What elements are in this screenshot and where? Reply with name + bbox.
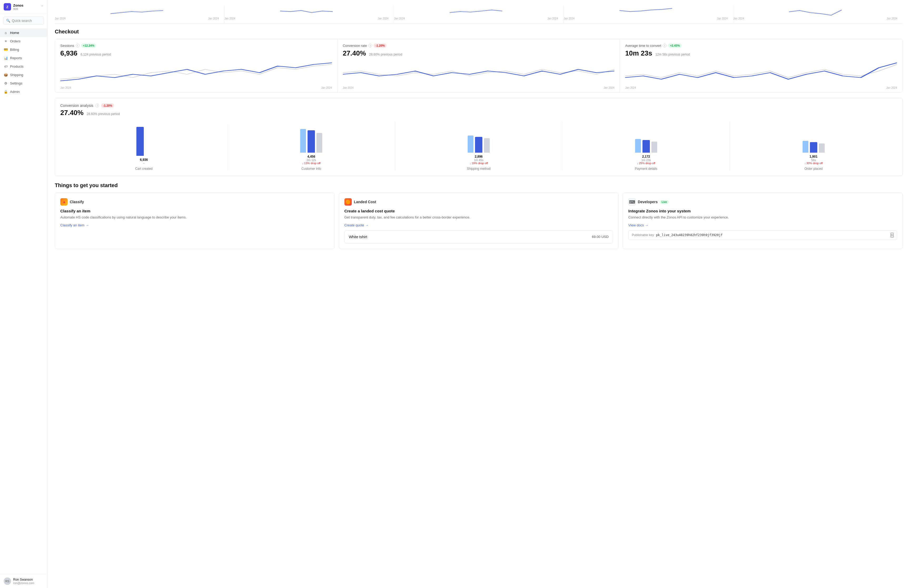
sidebar-item-label: Orders — [10, 39, 21, 43]
orders-icon: ≡ — [4, 39, 8, 43]
product-name: White tshirt — [349, 235, 367, 239]
sidebar-item-home[interactable]: ⌂ Home — [0, 28, 47, 37]
sidebar-item-label: Settings — [10, 81, 23, 85]
mini-chart-5: Jan 2024 Jan 2024 — [733, 5, 903, 23]
sessions-badge: +12.24% — [81, 44, 96, 48]
arrow-right-icon: → — [365, 223, 369, 227]
developers-card-link[interactable]: View docs → — [628, 223, 897, 227]
bar-stat-sub-order-placed: 56s — [811, 158, 816, 162]
sessions-label: Sessions — [60, 44, 74, 48]
sidebar-item-label: Reports — [10, 56, 22, 60]
avg-time-info-icon[interactable]: i — [663, 44, 666, 47]
checkout-metrics-row: Sessions i +12.24% 6,936 6,124 previous … — [55, 39, 903, 93]
sessions-value: 6,936 — [60, 49, 78, 57]
landed-cost-card-header: 🟠 Landed Cost — [344, 198, 613, 205]
org-name: Zonos — [13, 3, 23, 7]
bar-label-order-placed: Order placed — [805, 167, 823, 171]
mini-chart-4: Jan 2024 Jan 2024 — [564, 5, 733, 23]
conversion-rate-badge: -1.20% — [373, 44, 386, 48]
bar-stat-sub-cart-created: – — [143, 162, 145, 165]
sidebar-item-reports[interactable]: 📊 Reports — [0, 54, 47, 62]
bar-lightblue-shipping-method — [468, 136, 474, 153]
sidebar-item-admin[interactable]: 🔒 Admin — [0, 87, 47, 96]
search-label: Quick search — [12, 19, 32, 23]
sidebar-footer: RS Ron Swanson ron@zonos.com — [0, 574, 47, 588]
avg-time-metric-card: Average time to convert i +2.43% 10m 23s… — [620, 39, 902, 92]
bar-stat-cart-created: 6,936 — [140, 158, 148, 162]
sidebar-item-products[interactable]: 🏷 Products — [0, 62, 47, 71]
conversion-analysis-info-icon[interactable]: i — [95, 104, 99, 107]
getting-started-title: Things to get you started — [55, 183, 903, 189]
bars-shipping-method — [468, 121, 490, 153]
bar-stat-customer-info: 4,456 — [307, 155, 315, 158]
arrow-right-icon: → — [86, 223, 89, 227]
sidebar-item-label: Admin — [10, 90, 20, 94]
quick-search-button[interactable]: 🔍 Quick search — [3, 16, 44, 25]
bars-cart-created — [136, 124, 151, 156]
bar-lightblue-order-placed — [803, 141, 808, 153]
bar-label-cart-created: Cart created — [135, 167, 152, 171]
sidebar-item-settings[interactable]: ⚙ Settings — [0, 79, 47, 87]
mini-chart-1: Jan 2024 Jan 2024 — [55, 5, 224, 23]
sidebar-item-orders[interactable]: ≡ Orders — [0, 37, 47, 45]
bar-stat-shipping-method: 2,896 — [475, 155, 483, 158]
landed-cost-card-name: Landed Cost — [354, 200, 376, 204]
sessions-chart — [60, 60, 332, 86]
conversion-bar-chart: 6,936 – Cart created 4,456 2m 12s ↓ 13% … — [60, 121, 897, 171]
bar-gray-shipping-method — [484, 138, 490, 153]
products-icon: 🏷 — [4, 64, 8, 68]
landed-cost-icon: 🟠 — [344, 198, 352, 205]
sessions-info-icon[interactable]: i — [76, 44, 79, 47]
publishable-key-value: pk_live_243u48239h82hf239h9jf3920jf — [656, 233, 888, 237]
sidebar-item-shipping[interactable]: 📦 Shipping — [0, 71, 47, 79]
bar-group-order-placed: 1,901 56s ↓ 30% drop off Order placed — [730, 121, 897, 171]
bar-gray-payment-details — [651, 142, 657, 153]
bar-blue-shipping-method — [475, 137, 482, 153]
org-chevron-icon[interactable]: ⌃ — [41, 5, 44, 9]
avg-time-chart — [625, 60, 897, 86]
avg-time-header: Average time to convert i +2.43% — [625, 44, 897, 48]
bar-gray-customer-info — [317, 133, 322, 153]
bar-drop-shipping-method: ↓ 19% drop off — [469, 162, 488, 165]
sessions-prev: 6,124 previous period — [81, 53, 111, 57]
mini-chart-axis-2: Jan 2024 Jan 2024 — [224, 17, 388, 20]
bar-drop-payment-details: ↓ 25% drop off — [637, 162, 655, 165]
sessions-metric-card: Sessions i +12.24% 6,936 6,124 previous … — [55, 39, 338, 92]
app-logo-icon: Z — [4, 3, 11, 11]
developers-card-header: ⌨ Developers Live — [628, 198, 897, 205]
bar-stat-payment-details: 2,172 — [642, 155, 650, 158]
conversion-rate-info-icon[interactable]: i — [369, 44, 372, 47]
sidebar-item-billing[interactable]: 💳 Billing — [0, 45, 47, 54]
conversion-analysis-badge: -1.20% — [101, 103, 114, 108]
classify-card-link[interactable]: Classify an item → — [60, 223, 329, 227]
publishable-key-label: Publishable key — [632, 233, 654, 237]
bar-lightblue-payment-details — [635, 139, 641, 153]
copy-key-button[interactable]: ⎘ — [891, 233, 894, 237]
arrow-right-icon: → — [645, 223, 648, 227]
conversion-rate-prev: 28.60% previous period — [369, 53, 402, 57]
avg-time-value-row: 10m 23s 12m 56s previous period — [625, 49, 897, 57]
developers-card: ⌨ Developers Live Integrate Zonos into y… — [623, 193, 903, 249]
mini-chart-axis-1: Jan 2024 Jan 2024 — [55, 17, 219, 20]
bars-customer-info — [300, 121, 322, 153]
bar-blue-cart-created — [136, 127, 144, 156]
checkout-section-title: Checkout — [55, 29, 903, 35]
search-icon: 🔍 — [6, 19, 10, 23]
sessions-value-row: 6,936 6,124 previous period — [60, 49, 332, 57]
classify-card: 🔺 Classify Classify an item Automate HS … — [55, 193, 335, 249]
landed-cost-card-link[interactable]: Create quote → — [344, 223, 613, 227]
bar-blue-payment-details — [642, 140, 650, 153]
conversion-rate-header: Conversion rate i -1.20% — [343, 44, 614, 48]
user-info: Ron Swanson ron@zonos.com — [13, 578, 34, 585]
sidebar-org: Zonos 909 — [13, 3, 23, 11]
sidebar-nav: ⌂ Home ≡ Orders 💳 Billing 📊 Reports 🏷 Pr… — [0, 27, 47, 574]
classify-card-header: 🔺 Classify — [60, 198, 329, 205]
avg-time-prev: 12m 56s previous period — [655, 53, 690, 57]
avg-time-chart-axis: Jan 2024 Jan 2024 — [625, 86, 897, 89]
landed-cost-card: 🟠 Landed Cost Create a landed cost quote… — [339, 193, 619, 249]
conversion-analysis-value-row: 27.40% 28.60% previous period — [60, 109, 897, 117]
conversion-rate-label: Conversion rate — [343, 44, 367, 48]
sessions-header: Sessions i +12.24% — [60, 44, 332, 48]
bar-group-customer-info: 4,456 2m 12s ↓ 13% drop off Customer inf… — [228, 121, 395, 171]
bar-blue-order-placed — [810, 142, 817, 153]
